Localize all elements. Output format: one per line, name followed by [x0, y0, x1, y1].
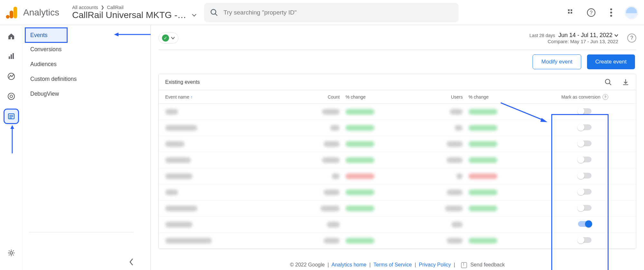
mark-conversion-toggle[interactable] — [578, 189, 592, 195]
collapse-sidebar-icon[interactable] — [129, 258, 134, 266]
footer: © 2022 Google | Analytics home | Terms o… — [151, 262, 644, 268]
mark-conversion-toggle[interactable] — [578, 237, 592, 243]
svg-point-29 — [605, 79, 610, 84]
footer-link-privacy[interactable]: Privacy Policy — [419, 262, 451, 267]
check-icon: ✓ — [162, 34, 169, 42]
table-row[interactable] — [159, 168, 636, 184]
svg-rect-15 — [11, 54, 12, 59]
apps-icon[interactable] — [565, 6, 578, 19]
col-header-change1[interactable]: % change — [340, 94, 427, 100]
property-selector[interactable]: CallRail Universal MKTG - G… — [72, 10, 196, 20]
svg-line-30 — [609, 83, 611, 85]
table-row[interactable] — [159, 104, 636, 120]
create-event-button[interactable]: Create event — [587, 54, 635, 69]
footer-link-home[interactable]: Analytics home — [331, 262, 366, 267]
col-header-mark: Mark as conversion? — [527, 94, 630, 100]
mark-conversion-toggle[interactable] — [578, 173, 592, 178]
svg-rect-16 — [13, 53, 14, 59]
table-row[interactable] — [159, 233, 636, 249]
table-row[interactable] — [159, 184, 636, 200]
table-row[interactable] — [159, 136, 636, 152]
svg-rect-0 — [14, 7, 17, 18]
mark-conversion-toggle[interactable] — [578, 221, 592, 227]
sort-asc-icon: ↑ — [191, 95, 193, 100]
nav-reports[interactable] — [5, 50, 18, 63]
svg-rect-14 — [9, 56, 10, 59]
date-preset-label: Last 28 days — [529, 33, 555, 38]
nav-explore[interactable] — [5, 70, 18, 83]
mark-conversion-toggle[interactable] — [578, 205, 592, 211]
svg-point-13 — [610, 15, 612, 17]
caret-down-icon — [171, 37, 175, 39]
col-header-count[interactable]: Count — [304, 94, 340, 100]
breadcrumb-leaf: CallRail — [107, 5, 124, 10]
annotation-arrow-nav — [10, 125, 15, 154]
context-help-icon[interactable]: ? — [627, 34, 636, 43]
mark-conversion-toggle[interactable] — [578, 140, 592, 146]
status-indicator[interactable]: ✓ — [158, 33, 178, 43]
help-small-icon[interactable]: ? — [602, 94, 608, 100]
svg-rect-5 — [568, 9, 570, 11]
sidebar-item-audiences[interactable]: Audiences — [23, 57, 128, 72]
download-icon[interactable] — [622, 78, 630, 86]
mark-conversion-toggle[interactable] — [578, 108, 592, 114]
mark-conversion-toggle[interactable] — [578, 157, 592, 162]
chevron-right-icon: ❯ — [101, 5, 104, 10]
svg-rect-1 — [10, 11, 13, 18]
table-row[interactable] — [159, 217, 636, 233]
sidebar-item-debugview[interactable]: DebugView — [23, 86, 128, 101]
footer-link-tos[interactable]: Terms of Service — [374, 262, 412, 267]
svg-text:?: ? — [590, 10, 593, 15]
svg-point-26 — [10, 252, 13, 254]
svg-point-3 — [211, 9, 216, 14]
modify-event-button[interactable]: Modify event — [533, 54, 581, 69]
date-range-picker[interactable]: Jun 14 - Jul 11, 2022 — [558, 32, 618, 39]
col-header-event-name[interactable]: Event name↑ — [165, 94, 304, 100]
breadcrumb-root: All accounts — [72, 5, 98, 10]
svg-marker-28 — [114, 33, 118, 36]
caret-down-icon — [192, 14, 196, 17]
annotation-arrow-events — [114, 32, 153, 37]
sidebar-item-conversions[interactable]: Conversions — [23, 42, 128, 57]
svg-point-2 — [6, 15, 10, 18]
nav-home[interactable] — [5, 30, 18, 43]
svg-marker-31 — [540, 118, 547, 122]
nav-configure[interactable] — [5, 110, 18, 123]
nav-advertising[interactable] — [5, 90, 18, 103]
table-search-icon[interactable] — [604, 78, 612, 86]
date-compare-label: Compare: May 17 - Jun 13, 2022 — [529, 39, 618, 44]
card-title: Existing events — [165, 79, 200, 85]
more-vert-icon[interactable] — [605, 6, 618, 19]
nav-admin[interactable] — [5, 246, 18, 260]
breadcrumb[interactable]: All accounts ❯ CallRail — [72, 5, 196, 10]
app-name: Analytics — [23, 7, 59, 18]
sidebar-item-custom-definitions[interactable]: Custom definitions — [23, 72, 128, 86]
svg-line-4 — [215, 14, 217, 16]
svg-point-18 — [8, 93, 14, 100]
table-row[interactable] — [159, 152, 636, 168]
send-feedback-link[interactable]: Send feedback — [470, 262, 505, 267]
caret-down-icon — [614, 34, 618, 37]
svg-point-11 — [610, 8, 612, 10]
account-avatar[interactable] — [625, 6, 638, 19]
svg-rect-8 — [571, 12, 572, 14]
svg-marker-25 — [10, 125, 14, 129]
analytics-logo-icon — [6, 6, 17, 19]
table-row[interactable] — [159, 200, 636, 217]
svg-rect-6 — [571, 9, 572, 11]
col-header-change2[interactable]: % change — [463, 94, 527, 100]
search-bar[interactable] — [204, 3, 459, 22]
svg-rect-7 — [568, 12, 570, 14]
svg-point-19 — [10, 95, 13, 98]
help-icon[interactable]: ? — [585, 6, 598, 19]
table-row[interactable] — [159, 120, 636, 136]
mark-conversion-toggle[interactable] — [578, 124, 592, 130]
date-range-value: Jun 14 - Jul 11, 2022 — [558, 32, 612, 39]
sidebar-item-events[interactable]: Events — [26, 28, 67, 42]
feedback-icon — [461, 262, 467, 268]
search-icon — [210, 8, 218, 17]
search-input[interactable] — [223, 9, 453, 16]
property-name: CallRail Universal MKTG - G… — [72, 10, 188, 20]
col-header-users[interactable]: Users — [427, 94, 463, 100]
annotation-arrow-mark — [499, 101, 547, 124]
